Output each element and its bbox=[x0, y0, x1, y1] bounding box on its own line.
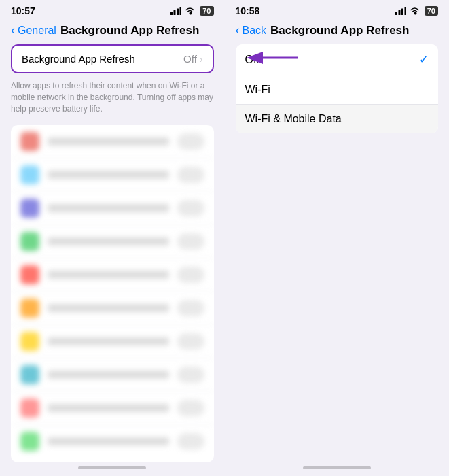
app-toggle bbox=[177, 367, 204, 383]
app-name bbox=[48, 437, 169, 445]
app-row bbox=[11, 225, 214, 258]
status-bar-right: 10:58 70 bbox=[225, 0, 450, 19]
app-toggle bbox=[177, 300, 204, 316]
background-refresh-row[interactable]: Background App Refresh Off › bbox=[12, 46, 213, 72]
app-row bbox=[11, 325, 214, 358]
app-name bbox=[48, 404, 169, 412]
app-name bbox=[48, 304, 169, 312]
option-off-row[interactable]: Off ✓ bbox=[236, 44, 439, 75]
status-icons-right: 70 bbox=[395, 6, 438, 16]
wifi-icon-left bbox=[185, 7, 195, 15]
svg-rect-1 bbox=[174, 10, 176, 15]
app-row bbox=[11, 158, 214, 192]
option-mobile-label: Wi-Fi & Mobile Data bbox=[245, 113, 342, 125]
checkmark-icon: ✓ bbox=[419, 52, 429, 67]
app-name bbox=[48, 204, 169, 212]
app-toggle bbox=[177, 400, 204, 416]
battery-right: 70 bbox=[425, 6, 438, 16]
battery-left: 70 bbox=[200, 6, 213, 16]
app-icon bbox=[20, 332, 39, 351]
left-panel: 10:57 70 ‹ General Background App Refres… bbox=[0, 0, 225, 476]
svg-rect-2 bbox=[177, 9, 179, 16]
app-list-blurred bbox=[11, 125, 214, 458]
svg-rect-5 bbox=[398, 10, 400, 15]
svg-rect-4 bbox=[395, 12, 397, 15]
app-name bbox=[48, 137, 169, 146]
app-icon bbox=[20, 365, 39, 384]
app-row bbox=[11, 358, 214, 392]
app-row bbox=[11, 192, 214, 225]
app-icon bbox=[20, 132, 39, 151]
app-toggle bbox=[177, 233, 204, 250]
time-left: 10:57 bbox=[11, 5, 35, 16]
app-icon bbox=[20, 432, 39, 451]
svg-rect-3 bbox=[180, 7, 182, 15]
app-row bbox=[11, 125, 214, 158]
app-row bbox=[11, 292, 214, 325]
app-list-area bbox=[11, 125, 214, 462]
back-button-left[interactable]: ‹ General bbox=[11, 23, 56, 37]
app-row bbox=[11, 425, 214, 458]
app-toggle bbox=[177, 167, 204, 183]
back-chevron-left: ‹ bbox=[11, 23, 15, 37]
app-toggle bbox=[177, 433, 204, 449]
time-right: 10:58 bbox=[236, 5, 260, 16]
nav-title-right: Background App Refresh bbox=[270, 24, 409, 37]
app-icon bbox=[20, 232, 39, 251]
app-icon bbox=[20, 265, 39, 284]
home-indicator-right bbox=[303, 466, 371, 469]
app-icon bbox=[20, 398, 39, 418]
app-icon bbox=[20, 199, 39, 218]
status-bar-left: 10:57 70 bbox=[0, 0, 225, 19]
nav-bar-right: ‹ Back Background App Refresh bbox=[225, 19, 450, 44]
description-text: Allow apps to refresh their content when… bbox=[11, 80, 214, 114]
options-section: Off ✓ Wi-Fi Wi-Fi & Mobile Data bbox=[225, 44, 450, 137]
option-off-label: Off bbox=[245, 54, 259, 66]
app-icon bbox=[20, 299, 39, 318]
refresh-chevron: › bbox=[200, 54, 203, 65]
back-label-right[interactable]: Back bbox=[243, 24, 267, 37]
home-indicator-left bbox=[78, 466, 146, 469]
svg-rect-7 bbox=[404, 7, 406, 15]
signal-icon-right bbox=[395, 7, 406, 15]
nav-bar-left: ‹ General Background App Refresh bbox=[0, 19, 225, 44]
app-name bbox=[48, 271, 169, 279]
app-row bbox=[11, 258, 214, 292]
background-refresh-value: Off › bbox=[183, 53, 202, 65]
option-wifi-row[interactable]: Wi-Fi bbox=[236, 75, 439, 105]
background-refresh-label: Background App Refresh bbox=[22, 53, 135, 65]
svg-rect-0 bbox=[170, 12, 173, 15]
svg-rect-6 bbox=[401, 9, 403, 16]
option-wifi-label: Wi-Fi bbox=[245, 84, 270, 96]
app-toggle bbox=[177, 133, 204, 150]
nav-title-left: Background App Refresh bbox=[60, 24, 199, 37]
wifi-icon-right bbox=[410, 7, 420, 15]
app-name bbox=[48, 337, 169, 345]
app-icon bbox=[20, 165, 39, 184]
back-label-left[interactable]: General bbox=[18, 24, 56, 37]
app-row bbox=[11, 392, 214, 425]
back-button-right[interactable]: ‹ Back bbox=[236, 23, 267, 37]
back-chevron-right: ‹ bbox=[236, 23, 240, 37]
app-name bbox=[48, 237, 169, 245]
refresh-off-value: Off bbox=[183, 53, 197, 65]
app-toggle bbox=[177, 333, 204, 350]
signal-icon-left bbox=[170, 7, 181, 15]
option-mobile-row[interactable]: Wi-Fi & Mobile Data bbox=[236, 105, 439, 133]
app-toggle bbox=[177, 200, 204, 216]
app-name bbox=[48, 171, 169, 179]
status-icons-left: 70 bbox=[170, 6, 213, 16]
right-spacer bbox=[225, 137, 450, 462]
app-toggle bbox=[177, 267, 204, 283]
app-name bbox=[48, 371, 169, 379]
options-card: Off ✓ Wi-Fi Wi-Fi & Mobile Data bbox=[236, 44, 439, 133]
right-panel: 10:58 70 ‹ Back Background App Refresh bbox=[225, 0, 450, 476]
background-refresh-card[interactable]: Background App Refresh Off › bbox=[11, 44, 214, 73]
